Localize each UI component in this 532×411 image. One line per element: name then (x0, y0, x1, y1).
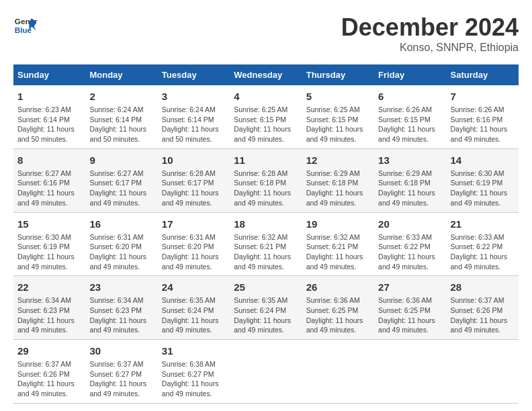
table-row: 31 Sunrise: 6:38 AM Sunset: 6:27 PM Dayl… (158, 340, 230, 404)
calendar-week-row: 15 Sunrise: 6:30 AM Sunset: 6:19 PM Dayl… (13, 212, 519, 276)
daylight-info: Daylight: 11 hours and 49 minutes. (451, 252, 515, 271)
day-number: 26 (306, 280, 370, 294)
calendar-header-row: Sunday Monday Tuesday Wednesday Thursday… (13, 64, 519, 85)
daylight-info: Daylight: 11 hours and 49 minutes. (162, 379, 226, 398)
day-number: 14 (451, 153, 515, 167)
table-row: 29 Sunrise: 6:37 AM Sunset: 6:26 PM Dayl… (13, 340, 85, 404)
table-row: 11 Sunrise: 6:28 AM Sunset: 6:18 PM Dayl… (230, 148, 302, 212)
daylight-info: Daylight: 11 hours and 50 minutes. (162, 124, 226, 144)
sunset-info: Sunset: 6:18 PM (306, 178, 370, 188)
day-number: 17 (162, 217, 226, 231)
daylight-info: Daylight: 11 hours and 49 minutes. (306, 316, 370, 335)
daylight-info: Daylight: 11 hours and 49 minutes. (451, 188, 515, 208)
table-row: 4 Sunrise: 6:25 AM Sunset: 6:15 PM Dayli… (230, 85, 302, 148)
sunset-info: Sunset: 6:20 PM (89, 242, 153, 252)
table-row: 19 Sunrise: 6:32 AM Sunset: 6:21 PM Dayl… (302, 212, 374, 276)
daylight-info: Daylight: 11 hours and 49 minutes. (162, 188, 226, 208)
sunset-info: Sunset: 6:15 PM (378, 115, 442, 125)
sunset-info: Sunset: 6:24 PM (234, 306, 298, 316)
sunrise-info: Sunrise: 6:24 AM (89, 105, 153, 115)
sunset-info: Sunset: 6:22 PM (378, 242, 442, 252)
daylight-info: Daylight: 11 hours and 49 minutes. (378, 188, 442, 208)
table-row: 5 Sunrise: 6:25 AM Sunset: 6:15 PM Dayli… (302, 85, 374, 148)
calendar-week-row: 1 Sunrise: 6:23 AM Sunset: 6:14 PM Dayli… (13, 85, 519, 148)
sunrise-info: Sunrise: 6:31 AM (162, 232, 226, 242)
sunrise-info: Sunrise: 6:35 AM (234, 295, 298, 306)
day-number: 5 (306, 89, 370, 103)
day-number: 7 (451, 89, 515, 103)
sunrise-info: Sunrise: 6:30 AM (451, 169, 515, 179)
daylight-info: Daylight: 11 hours and 49 minutes. (89, 316, 153, 335)
sunrise-info: Sunrise: 6:26 AM (378, 105, 442, 115)
calendar-week-row: 22 Sunrise: 6:34 AM Sunset: 6:23 PM Dayl… (13, 276, 519, 340)
day-number: 23 (89, 280, 153, 294)
col-sunday: Sunday (13, 64, 85, 85)
day-number: 1 (17, 89, 81, 103)
sunset-info: Sunset: 6:14 PM (162, 115, 226, 125)
table-row: 18 Sunrise: 6:32 AM Sunset: 6:21 PM Dayl… (230, 212, 302, 276)
daylight-info: Daylight: 11 hours and 49 minutes. (378, 316, 442, 335)
daylight-info: Daylight: 11 hours and 49 minutes. (89, 252, 153, 271)
table-row: 20 Sunrise: 6:33 AM Sunset: 6:22 PM Dayl… (374, 212, 446, 276)
sunrise-info: Sunrise: 6:36 AM (378, 295, 442, 306)
sunrise-info: Sunrise: 6:37 AM (17, 359, 81, 369)
sunset-info: Sunset: 6:25 PM (306, 306, 370, 316)
day-number: 9 (89, 153, 153, 167)
table-row (447, 340, 519, 404)
sunset-info: Sunset: 6:23 PM (89, 306, 153, 316)
table-row: 10 Sunrise: 6:28 AM Sunset: 6:17 PM Dayl… (158, 148, 230, 212)
daylight-info: Daylight: 11 hours and 49 minutes. (234, 124, 298, 144)
logo-icon: General Blue (13, 13, 38, 38)
month-year-title: December 2024 (341, 13, 519, 42)
day-number: 16 (89, 217, 153, 231)
daylight-info: Daylight: 11 hours and 49 minutes. (234, 316, 298, 335)
daylight-info: Daylight: 11 hours and 49 minutes. (306, 252, 370, 271)
table-row: 1 Sunrise: 6:23 AM Sunset: 6:14 PM Dayli… (13, 85, 85, 148)
sunrise-info: Sunrise: 6:29 AM (306, 169, 370, 179)
sunrise-info: Sunrise: 6:24 AM (162, 105, 226, 115)
daylight-info: Daylight: 11 hours and 49 minutes. (89, 379, 153, 398)
sunrise-info: Sunrise: 6:30 AM (17, 232, 81, 242)
sunset-info: Sunset: 6:22 PM (451, 242, 515, 252)
table-row: 23 Sunrise: 6:34 AM Sunset: 6:23 PM Dayl… (85, 276, 157, 340)
calendar-week-row: 29 Sunrise: 6:37 AM Sunset: 6:26 PM Dayl… (13, 340, 519, 404)
sunrise-info: Sunrise: 6:34 AM (89, 295, 153, 306)
calendar-table: Sunday Monday Tuesday Wednesday Thursday… (13, 64, 519, 404)
table-row: 14 Sunrise: 6:30 AM Sunset: 6:19 PM Dayl… (447, 148, 519, 212)
sunrise-info: Sunrise: 6:37 AM (89, 359, 153, 369)
day-number: 2 (89, 89, 153, 103)
sunset-info: Sunset: 6:14 PM (89, 115, 153, 125)
sunrise-info: Sunrise: 6:27 AM (89, 169, 153, 179)
day-number: 27 (378, 280, 442, 294)
daylight-info: Daylight: 11 hours and 49 minutes. (451, 124, 515, 144)
day-number: 31 (162, 344, 226, 358)
sunrise-info: Sunrise: 6:33 AM (451, 232, 515, 242)
sunrise-info: Sunrise: 6:37 AM (451, 295, 515, 306)
table-row: 15 Sunrise: 6:30 AM Sunset: 6:19 PM Dayl… (13, 212, 85, 276)
sunrise-info: Sunrise: 6:29 AM (378, 169, 442, 179)
page-header: General Blue December 2024 Konso, SNNPR,… (13, 13, 519, 54)
col-friday: Friday (374, 64, 446, 85)
sunrise-info: Sunrise: 6:25 AM (234, 105, 298, 115)
table-row: 28 Sunrise: 6:37 AM Sunset: 6:26 PM Dayl… (447, 276, 519, 340)
day-number: 11 (234, 153, 298, 167)
day-number: 19 (306, 217, 370, 231)
sunset-info: Sunset: 6:24 PM (162, 306, 226, 316)
day-number: 4 (234, 89, 298, 103)
day-number: 30 (89, 344, 153, 358)
daylight-info: Daylight: 11 hours and 49 minutes. (162, 252, 226, 271)
sunset-info: Sunset: 6:27 PM (89, 369, 153, 379)
day-number: 8 (17, 153, 81, 167)
table-row: 9 Sunrise: 6:27 AM Sunset: 6:17 PM Dayli… (85, 148, 157, 212)
day-number: 24 (162, 280, 226, 294)
sunset-info: Sunset: 6:15 PM (234, 115, 298, 125)
day-number: 3 (162, 89, 226, 103)
daylight-info: Daylight: 11 hours and 49 minutes. (17, 379, 81, 398)
day-number: 28 (451, 280, 515, 294)
table-row: 30 Sunrise: 6:37 AM Sunset: 6:27 PM Dayl… (85, 340, 157, 404)
logo: General Blue (13, 13, 38, 38)
daylight-info: Daylight: 11 hours and 50 minutes. (17, 124, 81, 144)
daylight-info: Daylight: 11 hours and 49 minutes. (162, 316, 226, 335)
col-wednesday: Wednesday (230, 64, 302, 85)
table-row: 12 Sunrise: 6:29 AM Sunset: 6:18 PM Dayl… (302, 148, 374, 212)
